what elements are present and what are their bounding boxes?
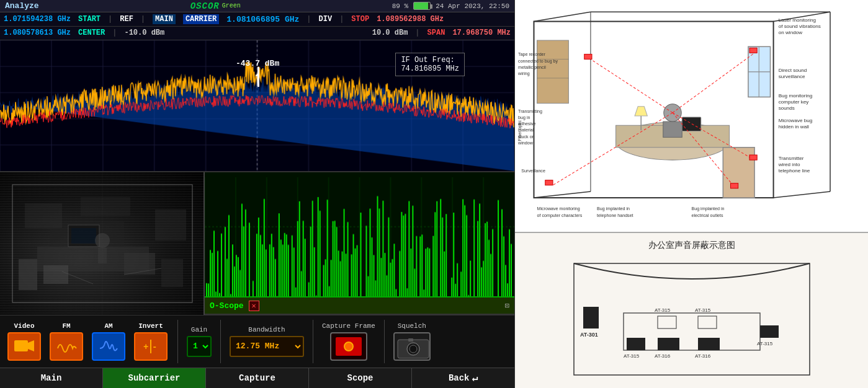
svg-text:electrical outlets: electrical outlets xyxy=(692,213,723,218)
svg-line-34 xyxy=(534,192,590,198)
battery-pct: 89 % xyxy=(392,2,408,10)
span-value: 17.968750 MHz xyxy=(452,29,511,37)
svg-text:AT-316: AT-316 xyxy=(655,353,671,359)
office-diagram-area: 办公室声音屏蔽示意图 AT-301 AT-315 AT-316 AT-316 xyxy=(515,233,868,388)
svg-text:sounds: sounds xyxy=(779,105,795,111)
svg-text:Microwave bug: Microwave bug xyxy=(779,118,813,123)
svg-rect-99 xyxy=(698,338,720,350)
bottom-nav: Main Subcarrier Capture Scope Back ↵ xyxy=(0,368,514,388)
svg-text:Bug monitoring: Bug monitoring xyxy=(779,93,813,99)
svg-rect-12 xyxy=(81,197,130,216)
gain-select[interactable]: 1 2 4 8 xyxy=(187,336,212,357)
camera-view xyxy=(0,172,205,315)
svg-text:+: + xyxy=(143,342,148,352)
ref-label: REF xyxy=(120,15,133,24)
lower-section: O-Scope ✕ ⊡ xyxy=(0,172,514,315)
svg-text:AT-315: AT-315 xyxy=(655,307,671,313)
fm-label: FM xyxy=(62,322,70,330)
svg-text:AT-316: AT-316 xyxy=(695,353,711,359)
svg-text:of computer characters: of computer characters xyxy=(537,213,583,218)
invert-ctrl: Invert + - xyxy=(133,322,169,361)
video-icon xyxy=(13,337,35,356)
stop-label: STOP xyxy=(351,15,369,24)
video-label: Video xyxy=(14,322,34,330)
svg-rect-56 xyxy=(749,48,757,53)
invert-button[interactable]: + - xyxy=(134,332,168,361)
svg-marker-42 xyxy=(635,107,647,116)
svg-line-50 xyxy=(591,60,673,113)
svg-text:Bug implanted in: Bug implanted in xyxy=(597,206,630,211)
spy-diagram-svg: Laser monitoring of sound vibrations on … xyxy=(515,0,868,232)
svg-marker-19 xyxy=(28,340,34,351)
svg-text:on window: on window xyxy=(779,30,802,35)
svg-line-29 xyxy=(534,12,590,21)
ctrl-separator-2 xyxy=(220,320,221,363)
video-button[interactable] xyxy=(7,332,41,361)
svg-rect-101 xyxy=(760,325,779,338)
svg-text:Surveillance: Surveillance xyxy=(521,169,545,174)
oscope-expand-button[interactable]: ⊡ xyxy=(505,301,509,311)
am-icon xyxy=(97,337,120,356)
if-out-box: IF Out Freq: 74.816895 MHz xyxy=(395,53,465,76)
svg-rect-97 xyxy=(658,338,679,350)
svg-rect-40 xyxy=(682,117,700,131)
start-label: START xyxy=(78,15,101,24)
bandwidth-select[interactable]: 12.75 MHz 6 MHz 3 MHz 1 MHz xyxy=(230,336,304,357)
svg-text:connected to bug by: connected to bug by xyxy=(518,59,558,64)
ctrl-separator-4 xyxy=(384,320,385,363)
svg-rect-91 xyxy=(574,263,810,375)
gain-label: Gain xyxy=(191,326,207,333)
center-freq-value: 1.080578613 GHz xyxy=(4,29,71,37)
nav-back-button[interactable]: Back ↵ xyxy=(412,368,514,388)
oscope-close-button[interactable]: ✕ xyxy=(249,301,259,311)
nav-scope-button[interactable]: Scope xyxy=(309,368,412,388)
app-title: Analyze xyxy=(5,1,39,11)
svg-text:AT-315: AT-315 xyxy=(757,341,773,346)
svg-rect-13 xyxy=(155,209,186,240)
svg-rect-95 xyxy=(627,338,645,350)
svg-text:stuck on: stuck on xyxy=(518,134,535,139)
nav-capture-button[interactable]: Capture xyxy=(206,368,309,388)
svg-text:of sound vibrations: of sound vibrations xyxy=(779,24,821,29)
stop-value: 1.089562988 GHz xyxy=(377,15,444,24)
am-button[interactable] xyxy=(92,332,125,361)
svg-text:Bug implanted in: Bug implanted in xyxy=(692,206,725,211)
svg-rect-92 xyxy=(583,307,599,328)
camera-scene-svg xyxy=(0,172,205,315)
am-label: AM xyxy=(104,322,112,330)
office-layout-svg: AT-301 AT-315 AT-316 AT-316 AT-315 AT-31… xyxy=(568,257,816,381)
svg-rect-11 xyxy=(25,203,62,228)
gain-ctrl: Gain 1 2 4 8 xyxy=(187,326,212,357)
svg-text:telephone handset: telephone handset xyxy=(597,213,633,218)
office-diagram-title: 办公室声音屏蔽示意图 xyxy=(648,240,735,251)
invert-label: Invert xyxy=(138,322,163,330)
squelch-label: Squelch xyxy=(398,322,426,330)
svg-rect-4 xyxy=(43,265,68,284)
invert-icon: + - xyxy=(140,337,162,356)
controls-bar: Video FM AM xyxy=(0,315,514,367)
bandwidth-label: Bandwidth xyxy=(248,326,285,333)
bandwidth-ctrl: Bandwidth 12.75 MHz 6 MHz 3 MHz 1 MHz xyxy=(230,326,304,357)
capture-frame-button[interactable] xyxy=(330,332,367,361)
capture-ctrl: Capture Frame xyxy=(322,322,375,361)
fm-ctrl: FM xyxy=(48,322,84,361)
ctrl-separator-1 xyxy=(177,320,178,363)
center-label: CENTER xyxy=(78,29,105,37)
if-out-value: 74.816895 MHz xyxy=(401,64,459,73)
squelch-button[interactable] xyxy=(393,332,431,361)
ctrl-separator-3 xyxy=(313,320,313,363)
svg-rect-103 xyxy=(658,316,676,328)
nav-main-button[interactable]: Main xyxy=(0,368,103,388)
svg-line-33 xyxy=(774,192,830,198)
svg-rect-5 xyxy=(124,253,155,275)
svg-rect-59 xyxy=(730,183,738,188)
fm-button[interactable] xyxy=(50,332,83,361)
squelch-icon xyxy=(395,333,431,361)
osc-waveform-canvas xyxy=(205,177,514,314)
oscope-title: O-Scope xyxy=(210,301,244,311)
camera-noise-bg xyxy=(0,172,204,315)
svg-text:AT-315: AT-315 xyxy=(624,353,640,359)
svg-line-51 xyxy=(673,53,754,113)
nav-subcarrier-button[interactable]: Subcarrier xyxy=(103,368,206,388)
svg-text:Tape recorder: Tape recorder xyxy=(518,52,545,57)
